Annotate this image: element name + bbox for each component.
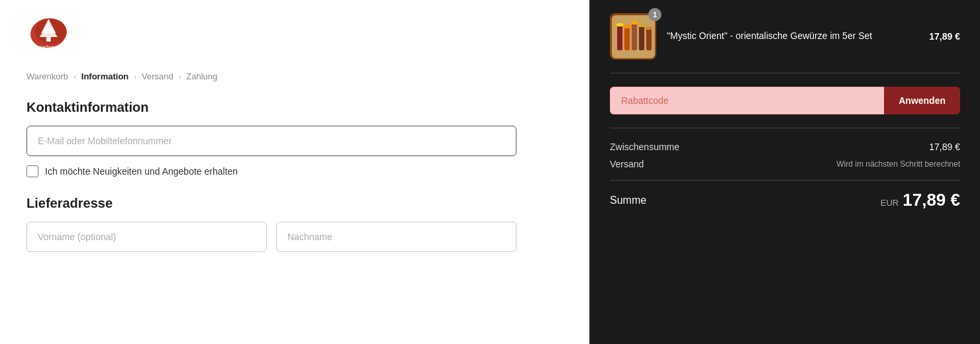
shipping-row: Versand Wird im nächsten Schritt berechn… — [610, 159, 960, 169]
breadcrumb-chevron-1: › — [74, 73, 76, 81]
svg-rect-4 — [46, 37, 51, 42]
discount-input[interactable] — [610, 87, 884, 114]
svg-rect-7 — [617, 25, 622, 50]
breadcrumb-chevron-2: › — [134, 73, 136, 81]
breadcrumb: Warenkorb › Information › Versand › Zahl… — [26, 71, 563, 81]
summary-divider — [610, 180, 960, 181]
newsletter-checkbox[interactable] — [26, 165, 38, 177]
subtotal-label: Zwischensumme — [610, 142, 679, 152]
checkout-left-panel: TimberTaste Warenkorb › Information › Ve… — [0, 0, 589, 344]
product-name: "Mystic Orient" - orientalische Gewürze … — [667, 30, 872, 41]
shipping-value: Wird im nächsten Schritt berechnet — [836, 159, 960, 169]
first-name-input[interactable] — [26, 222, 267, 252]
name-inputs-row — [26, 222, 516, 252]
product-row: 1 "Mystic Orient" - orientalische Gewürz… — [610, 13, 960, 73]
svg-rect-15 — [638, 24, 645, 27]
logo-area: TimberTaste — [26, 13, 563, 56]
svg-text:TimberTaste: TimberTaste — [32, 45, 56, 49]
svg-rect-9 — [632, 23, 637, 50]
svg-rect-13 — [624, 25, 630, 28]
svg-rect-11 — [646, 28, 652, 50]
total-currency: EUR — [881, 198, 899, 208]
total-amount: 17,89 € — [903, 190, 960, 210]
brand-logo: TimberTaste — [26, 13, 73, 53]
breadcrumb-warenkorb[interactable]: Warenkorb — [26, 71, 68, 81]
shipping-label: Versand — [610, 159, 644, 169]
svg-rect-14 — [631, 21, 638, 24]
product-image-wrapper: 1 — [610, 13, 656, 60]
product-info: "Mystic Orient" - orientalische Gewürze … — [667, 30, 912, 43]
total-label: Summe — [610, 194, 646, 206]
breadcrumb-chevron-3: › — [179, 73, 181, 81]
product-quantity-badge: 1 — [648, 8, 662, 21]
discount-row: Anwenden — [610, 87, 960, 128]
delivery-section-title: Lieferadresse — [26, 196, 563, 211]
breadcrumb-information: Information — [81, 71, 129, 81]
total-value-area: EUR 17,89 € — [881, 190, 960, 210]
subtotal-row: Zwischensumme 17,89 € — [610, 142, 960, 152]
newsletter-label[interactable]: Ich möchte Neuigkeiten und Angebote erha… — [45, 166, 238, 177]
newsletter-row: Ich möchte Neuigkeiten und Angebote erha… — [26, 165, 563, 177]
product-price: 17,89 € — [929, 31, 960, 42]
svg-rect-12 — [616, 23, 623, 26]
breadcrumb-versand[interactable]: Versand — [142, 71, 173, 81]
order-summary-section: Zwischensumme 17,89 € Versand Wird im nä… — [610, 142, 960, 169]
svg-rect-10 — [639, 26, 644, 50]
product-image-box — [610, 13, 656, 60]
contact-section-title: Kontaktinformation — [26, 100, 563, 115]
svg-rect-8 — [624, 27, 630, 50]
email-phone-input[interactable] — [26, 126, 516, 156]
total-row: Summe EUR 17,89 € — [610, 190, 960, 210]
order-summary-panel: 1 "Mystic Orient" - orientalische Gewürz… — [589, 0, 980, 344]
subtotal-value: 17,89 € — [929, 142, 960, 152]
svg-rect-16 — [646, 26, 652, 30]
last-name-input[interactable] — [276, 222, 516, 252]
breadcrumb-zahlung[interactable]: Zahlung — [186, 71, 217, 81]
apply-discount-button[interactable]: Anwenden — [884, 87, 960, 114]
product-image — [612, 15, 655, 58]
